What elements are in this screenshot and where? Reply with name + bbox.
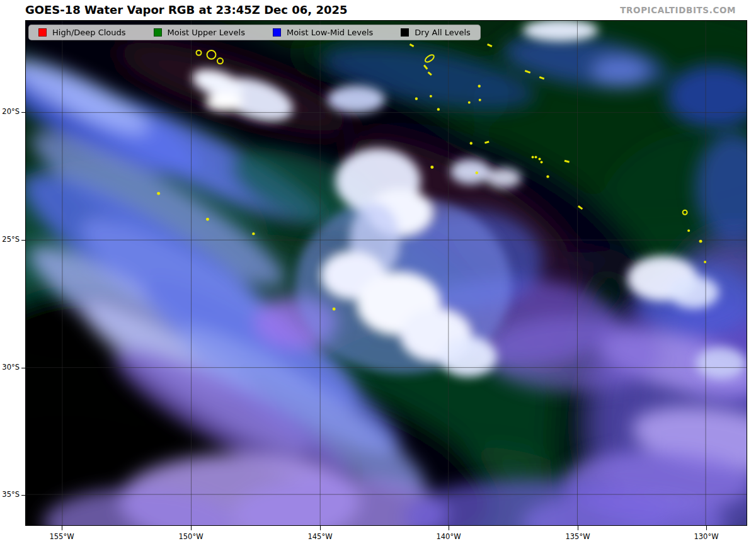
lat-tick-label-20s: 20°S [0,107,20,116]
legend-item-moist-low-mid-levels: Moist Low-Mid Levels [273,28,373,37]
legend-item-moist-upper-levels: Moist Upper Levels [154,28,245,37]
figure-title: GOES-18 Water Vapor RGB at 23:45Z Dec 06… [25,3,348,16]
lon-tick-mark [449,526,449,530]
lon-tick-label-150w: 150°W [171,532,211,541]
lat-tick-mark [21,495,25,496]
lon-tick-mark [191,526,192,530]
lat-tick-label-35s: 35°S [0,490,20,499]
lon-tick-mark [578,526,578,530]
lat-tick-mark [21,368,25,368]
legend-swatch-blue [273,28,281,37]
legend-label: Moist Upper Levels [168,28,245,37]
legend-label: High/Deep Clouds [52,28,126,37]
legend-item-high-deep-clouds: High/Deep Clouds [38,28,126,37]
lon-tick-label-145w: 145°W [300,532,340,541]
lon-tick-mark [62,526,62,530]
legend: High/Deep Clouds Moist Upper Levels Mois… [28,25,481,40]
satellite-map [25,20,747,526]
lon-tick-label-135w: 135°W [558,532,598,541]
legend-label: Dry All Levels [415,28,471,37]
lon-tick-label-140w: 140°W [428,532,469,541]
legend-swatch-black [401,28,409,37]
lon-tick-mark [320,526,321,530]
legend-swatch-green [154,28,162,37]
lon-tick-label-130w: 130°W [686,532,726,541]
site-watermark: TROPICALTIDBITS.COM [620,5,736,15]
legend-label: Moist Low-Mid Levels [287,28,373,37]
lat-tick-mark [21,240,25,241]
lat-tick-label-30s: 30°S [0,363,20,372]
legend-swatch-red [38,28,47,37]
water-vapor-rgb-image [26,21,747,525]
lat-tick-mark [21,112,25,113]
lat-tick-label-25s: 25°S [0,235,20,244]
lon-tick-mark [706,526,707,530]
lon-tick-label-155w: 155°W [42,532,82,541]
legend-item-dry-all-levels: Dry All Levels [401,28,471,37]
